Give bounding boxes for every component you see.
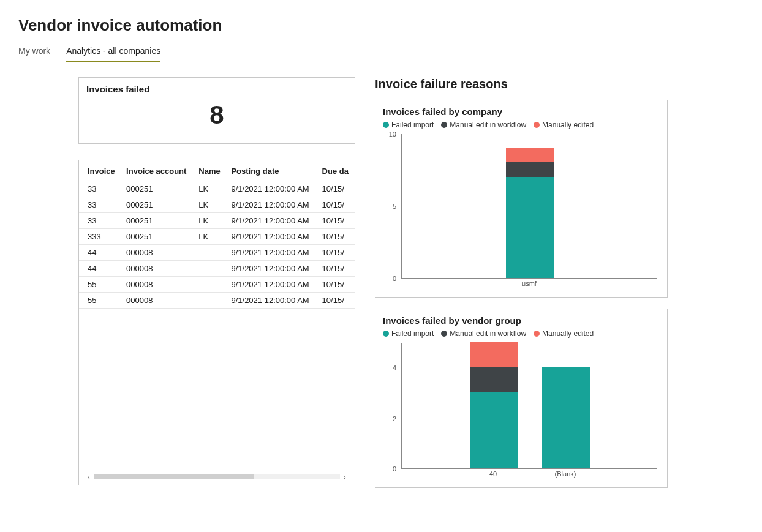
cell-name — [194, 293, 226, 309]
legend-manual-edit-workflow: Manual edit in workflow — [441, 329, 526, 338]
col-due-date[interactable]: Due da — [317, 160, 355, 181]
y-tick: 0 — [393, 465, 396, 473]
y-tick: 10 — [389, 130, 396, 138]
bar-segment[interactable] — [506, 162, 554, 177]
swatch-dark-icon — [441, 331, 447, 337]
table-row[interactable]: 333000251LK9/1/2021 12:00:00 AM10/15/ — [79, 229, 355, 245]
swatch-teal-icon — [383, 331, 389, 337]
bar-segment[interactable] — [506, 148, 554, 163]
col-posting-date[interactable]: Posting date — [226, 160, 317, 181]
cell-name: LK — [194, 229, 226, 245]
chart-legend: Failed import Manual edit in workflow Ma… — [383, 329, 660, 338]
kpi-invoices-failed[interactable]: Invoices failed 8 — [78, 77, 355, 144]
tab-analytics-all-companies[interactable]: Analytics - all companies — [66, 46, 160, 62]
cell-invoice: 44 — [79, 261, 121, 277]
cell-account: 000251 — [121, 213, 194, 229]
cell-posting: 9/1/2021 12:00:00 AM — [226, 181, 317, 197]
cell-due: 10/15/ — [317, 277, 355, 293]
legend-label: Failed import — [391, 329, 434, 338]
scroll-track[interactable] — [94, 474, 340, 479]
cell-due: 10/15/ — [317, 293, 355, 309]
tab-my-work[interactable]: My work — [18, 46, 50, 62]
scroll-right-icon[interactable]: › — [341, 474, 349, 481]
scroll-left-icon[interactable]: ‹ — [85, 474, 92, 481]
table-row[interactable]: 440000089/1/2021 12:00:00 AM10/15/ — [79, 261, 355, 277]
chart-invoices-failed-by-company[interactable]: Invoices failed by company Failed import… — [375, 100, 668, 298]
legend-label: Failed import — [391, 121, 434, 129]
swatch-coral-icon — [534, 331, 540, 337]
col-invoice-account[interactable]: Invoice account — [121, 160, 194, 181]
bar-stack[interactable] — [506, 148, 554, 278]
table-row[interactable]: 440000089/1/2021 12:00:00 AM10/15/ — [79, 245, 355, 261]
legend-label: Manual edit in workflow — [450, 121, 526, 129]
page-title: Vendor invoice automation — [18, 16, 744, 35]
cell-posting: 9/1/2021 12:00:00 AM — [226, 261, 317, 277]
table-row[interactable]: 550000089/1/2021 12:00:00 AM10/15/ — [79, 277, 355, 293]
table-row[interactable]: 550000089/1/2021 12:00:00 AM10/15/ — [79, 293, 355, 309]
cell-posting: 9/1/2021 12:00:00 AM — [226, 277, 317, 293]
bar-stack[interactable] — [542, 367, 590, 468]
failed-invoices-table-card: Invoice Invoice account Name Posting dat… — [78, 160, 355, 485]
bar-stack[interactable] — [470, 342, 518, 468]
chart-invoices-failed-by-vendor-group[interactable]: Invoices failed by vendor group Failed i… — [375, 309, 668, 488]
bar-segment[interactable] — [506, 177, 554, 278]
col-invoice[interactable]: Invoice — [79, 160, 121, 181]
chart-plot-area: 0510usmf — [383, 132, 660, 291]
legend-label: Manually edited — [542, 329, 594, 338]
legend-label: Manually edited — [542, 121, 594, 129]
cell-account: 000008 — [121, 245, 194, 261]
table-horizontal-scrollbar[interactable]: ‹ › — [85, 473, 349, 481]
cell-name: LK — [194, 181, 226, 197]
chart-legend: Failed import Manual edit in workflow Ma… — [383, 121, 660, 129]
y-tick: 5 — [393, 203, 396, 210]
cell-posting: 9/1/2021 12:00:00 AM — [226, 213, 317, 229]
cell-posting: 9/1/2021 12:00:00 AM — [226, 197, 317, 213]
cell-invoice: 33 — [79, 181, 121, 197]
cell-account: 000251 — [121, 181, 194, 197]
cell-invoice: 33 — [79, 213, 121, 229]
table-row[interactable]: 33000251LK9/1/2021 12:00:00 AM10/15/ — [79, 181, 355, 197]
legend-manual-edit-workflow: Manual edit in workflow — [441, 121, 526, 129]
cell-posting: 9/1/2021 12:00:00 AM — [226, 229, 317, 245]
tab-bar: My work Analytics - all companies — [18, 46, 744, 62]
y-tick: 0 — [393, 275, 396, 282]
x-label: usmf — [505, 280, 553, 291]
cell-due: 10/15/ — [317, 261, 355, 277]
cell-invoice: 55 — [79, 277, 121, 293]
cell-invoice: 44 — [79, 245, 121, 261]
cell-due: 10/15/ — [317, 213, 355, 229]
bar-segment[interactable] — [470, 342, 518, 367]
scroll-thumb[interactable] — [94, 474, 254, 479]
bar-segment[interactable] — [470, 367, 518, 392]
swatch-dark-icon — [441, 122, 447, 128]
cell-due: 10/15/ — [317, 197, 355, 213]
failed-invoices-table[interactable]: Invoice Invoice account Name Posting dat… — [79, 160, 355, 309]
cell-name — [194, 277, 226, 293]
legend-failed-import: Failed import — [383, 329, 434, 338]
chart-title: Invoices failed by company — [383, 107, 660, 117]
y-tick: 4 — [393, 364, 396, 372]
legend-manually-edited: Manually edited — [534, 329, 594, 338]
bar-segment[interactable] — [542, 367, 590, 468]
cell-account: 000251 — [121, 229, 194, 245]
cell-account: 000251 — [121, 197, 194, 213]
cell-posting: 9/1/2021 12:00:00 AM — [226, 245, 317, 261]
cell-name: LK — [194, 197, 226, 213]
legend-label: Manual edit in workflow — [450, 329, 526, 338]
swatch-teal-icon — [383, 122, 389, 128]
col-name[interactable]: Name — [194, 160, 226, 181]
x-label: (Blank) — [541, 470, 589, 481]
section-invoice-failure-reasons: Invoice failure reasons — [375, 77, 668, 91]
x-label: 40 — [469, 470, 517, 481]
cell-name — [194, 261, 226, 277]
table-row[interactable]: 33000251LK9/1/2021 12:00:00 AM10/15/ — [79, 197, 355, 213]
bar-segment[interactable] — [470, 392, 518, 468]
cell-posting: 9/1/2021 12:00:00 AM — [226, 293, 317, 309]
chart-plot-area: 02440(Blank) — [383, 340, 660, 481]
cell-invoice: 33 — [79, 197, 121, 213]
cell-name: LK — [194, 213, 226, 229]
cell-due: 10/15/ — [317, 245, 355, 261]
cell-account: 000008 — [121, 277, 194, 293]
kpi-title: Invoices failed — [79, 78, 355, 97]
table-row[interactable]: 33000251LK9/1/2021 12:00:00 AM10/15/ — [79, 213, 355, 229]
